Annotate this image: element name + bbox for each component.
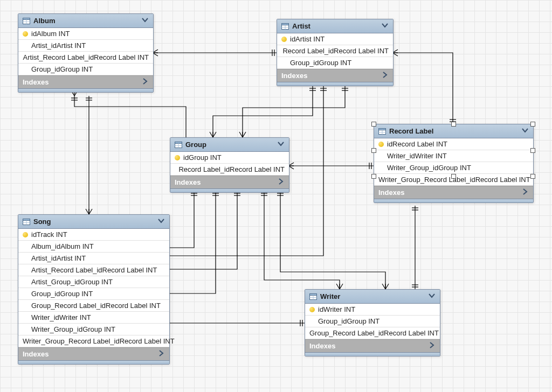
chevron-down-icon [381, 22, 389, 31]
entity-title-text: Artist [292, 22, 310, 30]
selection-handle[interactable] [530, 148, 535, 153]
entity-field[interactable]: Group_idGroup INT [18, 64, 153, 75]
field-name: Group_Record Label_idRecord Label INT [31, 302, 161, 310]
indexes-section[interactable]: Indexes [170, 176, 289, 188]
entity-field[interactable]: Artist_Record Label_idRecord Label INT [18, 52, 153, 64]
indexes-section[interactable]: Indexes [305, 339, 440, 352]
selection-handle[interactable] [371, 148, 376, 153]
chevron-right-icon [157, 349, 165, 359]
field-name: Group_Record Label_idRecord Label INT [309, 329, 439, 337]
entity-field[interactable]: Group_idGroup INT [277, 57, 393, 69]
entity-title[interactable]: Writer [305, 290, 440, 304]
entity-writer[interactable]: WriteridWriter INTGroup_idGroup INTGroup… [305, 289, 440, 356]
field-name: Artist_Group_idGroup INT [31, 278, 113, 286]
indexes-section[interactable]: Indexes [277, 69, 393, 82]
entity-title-text: Song [33, 218, 51, 226]
field-name: Group_idGroup INT [318, 317, 380, 325]
field-name: idWriter INT [318, 305, 355, 313]
field-name: Artist_Record Label_idRecord Label INT [31, 266, 157, 274]
svg-rect-21 [379, 128, 386, 130]
primary-key-icon [309, 307, 315, 312]
field-name: Writer_idWriter INT [31, 313, 91, 321]
entity-group[interactable]: GroupidGroup INTRecord Label_idRecord La… [170, 137, 289, 193]
entity-field[interactable]: Group_Record Label_idRecord Label INT [18, 300, 169, 312]
entity-field[interactable]: idWriter INT [305, 304, 440, 316]
svg-rect-25 [23, 219, 30, 220]
entity-song[interactable]: SongidTrack INTAlbum_idAlbum INTArtist_i… [18, 214, 170, 365]
entity-field[interactable]: idRecord Label INT [374, 138, 533, 150]
indexes-section[interactable]: Indexes [18, 75, 153, 88]
entity-field[interactable]: idArtist INT [277, 33, 393, 45]
selection-handle[interactable] [530, 122, 535, 127]
indexes-label: Indexes [23, 78, 49, 86]
entity-field[interactable]: idGroup INT [170, 152, 289, 164]
entity-title[interactable]: Group [170, 138, 289, 152]
entity-field[interactable]: Writer_idWriter INT [374, 150, 533, 162]
chevron-down-icon [157, 217, 165, 226]
field-name: Artist_idArtist INT [31, 254, 86, 262]
selection-handle[interactable] [371, 122, 376, 127]
table-icon [281, 23, 289, 30]
entity-field[interactable]: Record Label_idRecord Label INT [277, 45, 393, 57]
svg-rect-13 [282, 23, 289, 25]
entity-field[interactable]: Artist_idArtist INT [18, 40, 153, 52]
indexes-label: Indexes [23, 350, 49, 358]
primary-key-icon [281, 37, 287, 42]
entity-recordlabel[interactable]: Record LabelidRecord Label INTWriter_idW… [374, 124, 534, 203]
entity-field[interactable]: Artist_idArtist INT [18, 253, 169, 264]
entity-title[interactable]: Artist [277, 19, 393, 33]
chevron-right-icon [521, 188, 529, 197]
entity-field[interactable]: Writer_Group_Record Label_idRecord Label… [18, 335, 169, 347]
selection-handle[interactable] [451, 122, 456, 127]
entity-title-text: Record Label [389, 127, 433, 135]
entity-album[interactable]: AlbumidAlbum INTArtist_idArtist INTArtis… [18, 13, 154, 93]
chevron-down-icon [277, 140, 285, 149]
svg-rect-17 [175, 142, 182, 143]
entity-field[interactable]: Writer_Group_idGroup INT [374, 162, 533, 174]
indexes-section[interactable]: Indexes [18, 347, 169, 360]
field-name: idArtist INT [290, 35, 325, 43]
table-icon [175, 142, 182, 148]
entity-title-text: Group [185, 141, 206, 149]
entity-field[interactable]: Record Label_idRecord Label INT [170, 164, 289, 176]
entity-field[interactable]: idAlbum INT [18, 28, 153, 40]
svg-rect-29 [310, 293, 317, 295]
field-name: Writer_Group_idGroup INT [387, 164, 471, 172]
primary-key-icon [23, 232, 28, 237]
field-name: Writer_Group_Record Label_idRecord Label… [23, 337, 175, 345]
entity-field[interactable]: Artist_Record Label_idRecord Label INT [18, 264, 169, 276]
field-name: idAlbum INT [31, 30, 70, 38]
entity-field[interactable]: Album_idAlbum INT [18, 241, 169, 253]
entity-title[interactable]: Album [18, 14, 153, 28]
field-name: idGroup INT [183, 153, 222, 162]
field-name: idTrack INT [31, 230, 67, 239]
entity-artist[interactable]: ArtistidArtist INTRecord Label_idRecord … [277, 19, 394, 86]
entity-field[interactable]: idTrack INT [18, 229, 169, 241]
entity-title[interactable]: Song [18, 215, 169, 229]
entity-field[interactable]: Artist_Group_idGroup INT [18, 276, 169, 288]
table-icon [23, 18, 30, 24]
field-name: Writer_idWriter INT [387, 152, 447, 160]
entity-field[interactable]: Group_Record Label_idRecord Label INT [305, 327, 440, 339]
entity-field[interactable]: Writer_idWriter INT [18, 312, 169, 324]
chevron-down-icon [141, 16, 149, 25]
indexes-label: Indexes [281, 72, 307, 80]
chevron-down-icon [428, 292, 436, 301]
svg-rect-9 [23, 18, 30, 19]
entity-field[interactable]: Writer_Group_idGroup INT [18, 324, 169, 335]
table-icon [378, 128, 386, 135]
entity-field[interactable]: Group_idGroup INT [305, 316, 440, 327]
primary-key-icon [378, 142, 384, 147]
entity-field[interactable]: Group_idGroup INT [18, 288, 169, 300]
selection-handle[interactable] [451, 174, 456, 179]
primary-key-icon [175, 155, 180, 160]
field-name: Record Label_idRecord Label INT [282, 47, 389, 55]
selection-handle[interactable] [530, 174, 535, 179]
field-name: Artist_idArtist INT [31, 41, 86, 50]
field-name: Group_idGroup INT [290, 59, 351, 67]
field-name: Album_idAlbum INT [31, 242, 94, 250]
entity-title-text: Writer [320, 292, 340, 300]
chevron-right-icon [381, 71, 389, 80]
selection-handle[interactable] [371, 174, 376, 179]
indexes-section[interactable]: Indexes [374, 186, 533, 199]
